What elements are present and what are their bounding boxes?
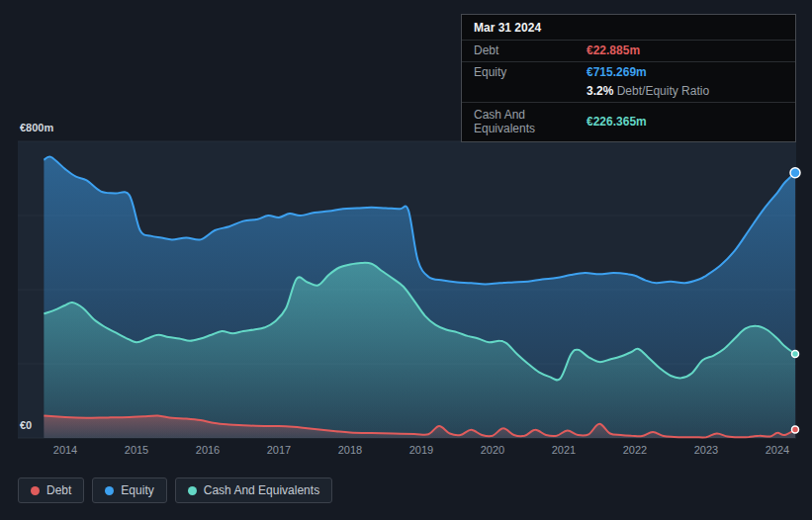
- tooltip-equity-value: €715.269m: [586, 65, 647, 79]
- page-root: { "tooltip": { "date": "Mar 31 2024", "d…: [0, 0, 812, 520]
- tooltip-ratio-percent: 3.2%: [586, 84, 613, 98]
- x-axis-label: 2022: [615, 444, 655, 456]
- x-axis-label: 2017: [259, 444, 299, 456]
- series-end-dot-0: [790, 168, 800, 178]
- tooltip-row-cash: Cash And Equivalents €226.365m: [462, 103, 795, 141]
- x-axis-label: 2018: [330, 444, 370, 456]
- x-axis-label: 2015: [117, 444, 156, 456]
- y-axis-label-zero: €0: [20, 419, 32, 431]
- chart-legend: Debt Equity Cash And Equivalents: [18, 477, 332, 503]
- legend-item-equity[interactable]: Equity: [92, 477, 166, 503]
- legend-label-debt: Debt: [46, 483, 71, 497]
- tooltip-debt-label: Debt: [474, 43, 586, 57]
- tooltip-row-ratio: 3.2% Debt/Equity Ratio: [462, 81, 795, 103]
- x-axis-label: 2023: [686, 444, 726, 456]
- tooltip-date: Mar 31 2024: [462, 15, 795, 41]
- tooltip-cash-value: €226.365m: [586, 115, 647, 129]
- x-axis: 2014201520162017201820192020202120222023…: [0, 444, 812, 460]
- x-axis-label: 2024: [758, 444, 797, 456]
- tooltip-debt-value: €22.885m: [586, 43, 640, 57]
- debt-color-dot: [31, 486, 40, 495]
- x-axis-label: 2016: [188, 444, 227, 456]
- x-axis-label: 2014: [45, 444, 85, 456]
- legend-label-cash: Cash And Equivalents: [204, 483, 319, 497]
- tooltip-equity-label: Equity: [474, 65, 586, 79]
- tooltip-row-debt: Debt €22.885m: [462, 41, 795, 62]
- y-axis-label-max: €800m: [20, 122, 53, 133]
- x-axis-label: 2021: [544, 444, 584, 456]
- tooltip-ratio-text: Debt/Equity Ratio: [613, 84, 709, 98]
- x-axis-label: 2020: [473, 444, 512, 456]
- legend-item-cash[interactable]: Cash And Equivalents: [175, 477, 332, 503]
- legend-label-equity: Equity: [121, 483, 153, 497]
- equity-color-dot: [105, 486, 114, 495]
- chart-tooltip: Mar 31 2024 Debt €22.885m Equity €715.26…: [461, 14, 796, 142]
- legend-item-debt[interactable]: Debt: [18, 477, 84, 503]
- x-axis-label: 2019: [402, 444, 441, 456]
- tooltip-ratio-value: 3.2% Debt/Equity Ratio: [586, 84, 709, 98]
- series-end-dot-2: [792, 426, 799, 433]
- series-end-dot-1: [792, 351, 799, 358]
- tooltip-cash-label: Cash And Equivalents: [474, 108, 586, 135]
- tooltip-row-equity: Equity €715.269m: [462, 62, 795, 81]
- cash-color-dot: [188, 486, 197, 495]
